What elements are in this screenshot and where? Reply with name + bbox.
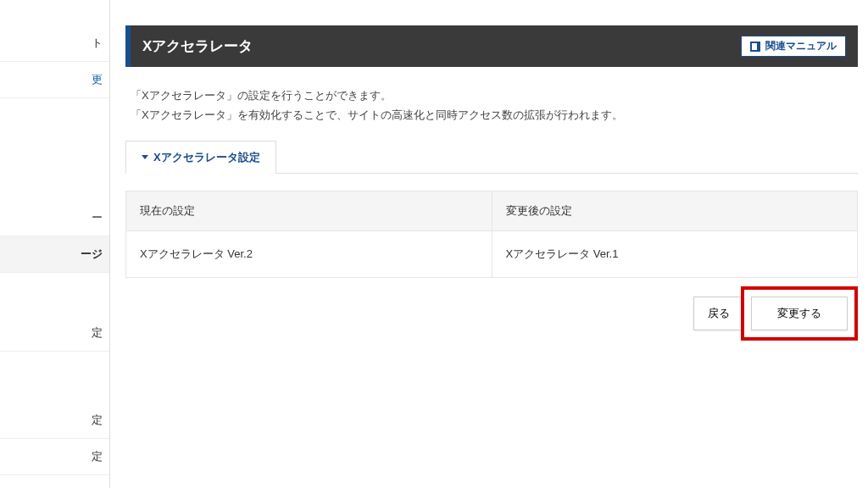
- button-row: 戻る 変更する: [125, 286, 858, 341]
- main-content: Xアクセラレータ 関連マニュアル 「Xアクセラレータ」の設定を行うことができます…: [110, 0, 868, 488]
- tab-row: Xアクセラレータ設定: [125, 141, 858, 174]
- manual-button[interactable]: 関連マニュアル: [741, 36, 846, 57]
- back-button[interactable]: 戻る: [693, 297, 744, 330]
- page-title: Xアクセラレータ: [142, 36, 253, 56]
- highlight-frame: 変更する: [741, 286, 858, 341]
- sidebar-item-active[interactable]: ージ: [0, 236, 109, 273]
- table-row: Xアクセラレータ Ver.2 Xアクセラレータ Ver.1: [126, 230, 858, 277]
- sidebar-item[interactable]: ト: [0, 25, 109, 62]
- manual-icon: [750, 42, 760, 52]
- change-button[interactable]: 変更する: [751, 297, 848, 330]
- table-header-current: 現在の設定: [126, 191, 492, 230]
- sidebar-item[interactable]: 定: [0, 315, 109, 352]
- sidebar: ト 更 ー ージ 定 定 定: [0, 0, 110, 488]
- table-cell-after: Xアクセラレータ Ver.1: [492, 230, 858, 277]
- settings-table: 現在の設定 変更後の設定 Xアクセラレータ Ver.2 Xアクセラレータ Ver…: [125, 191, 858, 278]
- sidebar-item[interactable]: ー: [0, 200, 109, 236]
- sidebar-item[interactable]: 定: [0, 402, 109, 439]
- table-header-after: 変更後の設定: [492, 191, 858, 230]
- sidebar-item[interactable]: 定: [0, 439, 109, 475]
- page-header: Xアクセラレータ 関連マニュアル: [125, 25, 858, 67]
- description-line: 「Xアクセラレータ」の設定を行うことができます。: [131, 86, 858, 105]
- tab-accelerator-settings[interactable]: Xアクセラレータ設定: [125, 141, 276, 174]
- table-cell-current: Xアクセラレータ Ver.2: [126, 230, 492, 277]
- manual-label: 関連マニュアル: [765, 39, 837, 53]
- sidebar-item[interactable]: 更: [0, 62, 109, 98]
- description-line: 「Xアクセラレータ」を有効化することで、サイトの高速化と同時アクセス数の拡張が行…: [131, 105, 858, 125]
- chevron-down-icon: [142, 155, 148, 159]
- description: 「Xアクセラレータ」の設定を行うことができます。 「Xアクセラレータ」を有効化す…: [125, 67, 858, 141]
- tab-label: Xアクセラレータ設定: [153, 150, 260, 165]
